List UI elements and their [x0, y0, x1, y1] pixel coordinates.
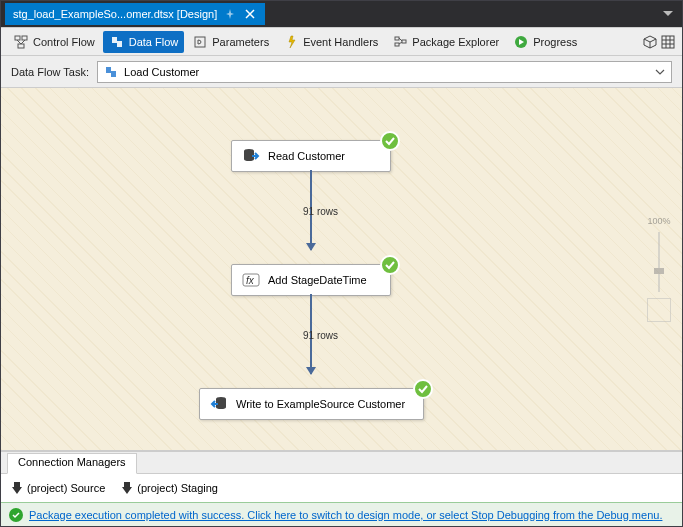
grid-icon[interactable] [660, 34, 676, 50]
box-icon[interactable] [642, 34, 658, 50]
node-label: Add StageDateTime [268, 274, 367, 286]
tab-label: Control Flow [33, 36, 95, 48]
connection-label: (project) Staging [137, 482, 218, 494]
svg-rect-0 [15, 36, 20, 40]
parameters-icon [192, 34, 208, 50]
node-label: Read Customer [268, 150, 345, 162]
titlebar: stg_load_ExampleSo...omer.dtsx [Design] [1, 1, 682, 27]
tab-label: Parameters [212, 36, 269, 48]
success-badge-icon [413, 379, 433, 399]
package-explorer-icon [392, 34, 408, 50]
task-selector-bar: Data Flow Task: Load Customer [1, 56, 682, 88]
connection-managers-panel: Connection Managers (project) Source (pr… [1, 451, 682, 502]
success-icon [9, 508, 23, 522]
data-flow-icon [109, 34, 125, 50]
content: Control Flow Data Flow Parameters Event … [1, 27, 682, 526]
close-icon[interactable] [243, 7, 257, 21]
svg-rect-6 [402, 40, 406, 43]
fx-icon: fx [242, 271, 260, 289]
flow-label: 91 rows [303, 330, 338, 341]
document-tab[interactable]: stg_load_ExampleSo...omer.dtsx [Design] [5, 3, 265, 25]
tab-event-handlers[interactable]: Event Handlers [277, 31, 384, 53]
tab-title: stg_load_ExampleSo...omer.dtsx [Design] [13, 8, 217, 20]
node-label: Write to ExampleSource Customer [236, 398, 405, 410]
tab-label: Data Flow [129, 36, 179, 48]
connection-staging[interactable]: (project) Staging [121, 481, 218, 495]
tab-data-flow[interactable]: Data Flow [103, 31, 185, 53]
control-flow-icon [13, 34, 29, 50]
tab-progress[interactable]: Progress [507, 31, 583, 53]
svg-rect-2 [18, 44, 24, 48]
tab-parameters[interactable]: Parameters [186, 31, 275, 53]
connection-label: (project) Source [27, 482, 105, 494]
event-handlers-icon [283, 34, 299, 50]
connection-source[interactable]: (project) Source [11, 481, 105, 495]
svg-rect-4 [395, 37, 399, 40]
task-dropdown[interactable]: Load Customer [97, 61, 672, 83]
tab-label: Progress [533, 36, 577, 48]
zoom-control[interactable]: 100% [644, 216, 674, 322]
svg-rect-3 [195, 37, 205, 47]
success-badge-icon [380, 255, 400, 275]
node-add-stagedatetime[interactable]: fx Add StageDateTime [231, 264, 391, 296]
node-read-customer[interactable]: Read Customer [231, 140, 391, 172]
progress-icon [513, 34, 529, 50]
connection-icon [121, 481, 133, 495]
chevron-down-icon [655, 69, 665, 75]
pin-icon[interactable] [223, 7, 237, 21]
zoom-fit-icon[interactable] [647, 298, 671, 322]
design-canvas[interactable]: Read Customer 91 rows fx Add StageDateTi… [1, 88, 682, 451]
zoom-pct: 100% [647, 216, 670, 226]
flow-label: 91 rows [303, 206, 338, 217]
node-write-customer[interactable]: Write to ExampleSource Customer [199, 388, 424, 420]
svg-rect-1 [22, 36, 27, 40]
success-badge-icon [380, 131, 400, 151]
svg-rect-5 [395, 43, 399, 46]
zoom-slider[interactable] [658, 232, 660, 292]
svg-text:fx: fx [246, 275, 255, 286]
tab-label: Event Handlers [303, 36, 378, 48]
tab-label: Connection Managers [18, 456, 126, 468]
task-icon [104, 65, 118, 79]
connection-managers-tab[interactable]: Connection Managers [7, 453, 137, 474]
task-value: Load Customer [124, 66, 199, 78]
window-dropdown-icon[interactable] [658, 4, 678, 24]
db-source-icon [242, 147, 260, 165]
svg-rect-8 [662, 36, 674, 48]
db-destination-icon [210, 395, 228, 413]
tab-label: Package Explorer [412, 36, 499, 48]
task-label: Data Flow Task: [11, 66, 89, 78]
status-message-link[interactable]: Package execution completed with success… [29, 509, 662, 521]
status-bar: Package execution completed with success… [1, 502, 682, 526]
designer-toolbar: Control Flow Data Flow Parameters Event … [1, 28, 682, 56]
tab-control-flow[interactable]: Control Flow [7, 31, 101, 53]
tab-package-explorer[interactable]: Package Explorer [386, 31, 505, 53]
connection-icon [11, 481, 23, 495]
